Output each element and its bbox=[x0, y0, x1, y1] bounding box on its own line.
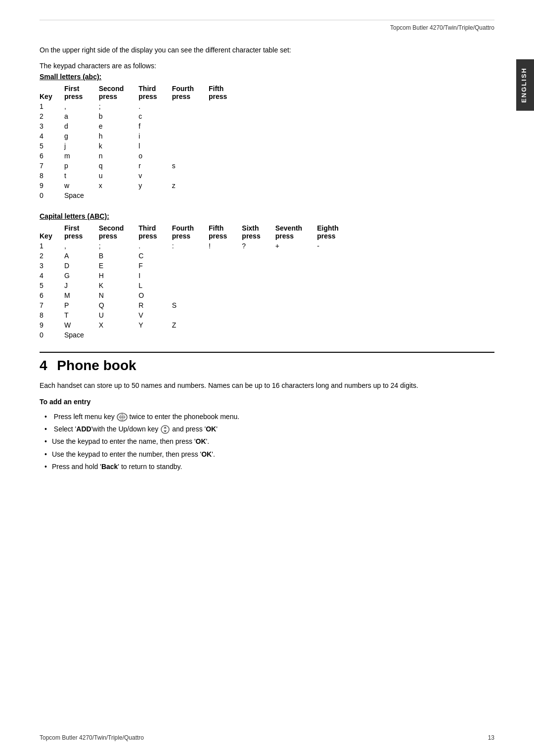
page: Topcom Butler 4270/Twin/Triple/Quattro E… bbox=[0, 0, 534, 756]
small-letters-header-row: Key Firstpress Secondpress Thirdpress Fo… bbox=[40, 84, 242, 101]
capital-letters-header-row: Key Firstpress Secondpress Thirdpress Fo… bbox=[40, 223, 354, 241]
svg-marker-4 bbox=[164, 426, 167, 428]
cap-col-seventh: Seventhpress bbox=[275, 223, 317, 241]
small-letters-table: Key Firstpress Secondpress Thirdpress Fo… bbox=[40, 84, 242, 200]
header-bar: Topcom Butler 4270/Twin/Triple/Quattro bbox=[40, 20, 494, 36]
chapter-heading: 4 Phone book bbox=[40, 352, 494, 374]
table-row: 9wxyz bbox=[40, 181, 242, 190]
table-row: 4ghi bbox=[40, 131, 242, 141]
phone-book-section: 4 Phone book Each handset can store up t… bbox=[40, 352, 494, 473]
bullet-5: Press and hold 'Back' to return to stand… bbox=[44, 461, 494, 473]
table-row: 0Space bbox=[40, 330, 354, 340]
table-row: 6MNO bbox=[40, 290, 354, 300]
table-row: 1,;.:!?+- bbox=[40, 241, 354, 251]
add-entry-heading: To add an entry bbox=[40, 398, 494, 406]
table-row: 2ABC bbox=[40, 251, 354, 261]
cap-col-eighth: Eighthpress bbox=[317, 223, 354, 241]
table-row: 5jkl bbox=[40, 141, 242, 151]
chapter-number: 4 bbox=[40, 358, 47, 373]
footer-page-number: 13 bbox=[488, 734, 494, 741]
cap-col-fifth: Fifthpress bbox=[209, 223, 242, 241]
small-letters-title: Small letters (abc): bbox=[40, 73, 494, 81]
col-second: Secondpress bbox=[99, 84, 139, 101]
capital-letters-table: Key Firstpress Secondpress Thirdpress Fo… bbox=[40, 223, 354, 340]
nav-key-icon bbox=[160, 425, 170, 434]
col-key: Key bbox=[40, 84, 64, 101]
bullet-2: Select 'ADD'with the Up/down key and pre… bbox=[44, 423, 494, 435]
table-row: 7pqrs bbox=[40, 161, 242, 171]
add-entry-bullets: Press left menu key twice to enter the p… bbox=[40, 411, 494, 473]
cap-col-third: Thirdpress bbox=[138, 223, 172, 241]
capital-letters-title: Capital letters (ABC): bbox=[40, 212, 494, 220]
col-first: Firstpress bbox=[64, 84, 99, 101]
bullet-1: Press left menu key twice to enter the p… bbox=[44, 411, 494, 423]
intro-line1: On the upper right side of the display y… bbox=[40, 46, 494, 54]
bullet-4: Use the keypad to enter the number, then… bbox=[44, 448, 494, 461]
table-row: 6mno bbox=[40, 151, 242, 161]
menu-key-icon bbox=[117, 413, 128, 422]
cap-col-fourth: Fourthpress bbox=[172, 223, 209, 241]
col-third: Thirdpress bbox=[138, 84, 172, 101]
side-tab: ENGLISH bbox=[516, 59, 534, 111]
bullet-3: Use the keypad to enter the name, then p… bbox=[44, 435, 494, 448]
table-row: 8tuv bbox=[40, 171, 242, 181]
keypad-intro: The keypad characters are as follows: bbox=[40, 62, 494, 70]
phone-book-description: Each handset can store up to 50 names an… bbox=[40, 380, 494, 391]
table-row: 3DEF bbox=[40, 261, 354, 271]
table-row: 7PQRS bbox=[40, 300, 354, 310]
table-row: 8TUV bbox=[40, 310, 354, 320]
capital-letters-section: Capital letters (ABC): Key Firstpress Se… bbox=[40, 212, 494, 340]
cap-col-second: Secondpress bbox=[99, 223, 139, 241]
small-letters-section: Small letters (abc): Key Firstpress Seco… bbox=[40, 73, 494, 200]
table-row: 3def bbox=[40, 121, 242, 131]
table-row: 4GHI bbox=[40, 271, 354, 281]
svg-marker-5 bbox=[164, 430, 167, 432]
col-fourth: Fourthpress bbox=[172, 84, 209, 101]
chapter-title: Phone book bbox=[57, 358, 136, 373]
cap-col-first: Firstpress bbox=[64, 223, 99, 241]
cap-col-sixth: Sixthpress bbox=[242, 223, 275, 241]
header-brand: Topcom Butler 4270/Twin/Triple/Quattro bbox=[390, 24, 494, 31]
table-row: 0Space bbox=[40, 190, 242, 200]
cap-col-key: Key bbox=[40, 223, 64, 241]
footer-brand: Topcom Butler 4270/Twin/Triple/Quattro bbox=[40, 734, 144, 741]
table-row: 9WXYZ bbox=[40, 320, 354, 330]
table-row: 5JKL bbox=[40, 281, 354, 290]
footer: Topcom Butler 4270/Twin/Triple/Quattro 1… bbox=[40, 734, 494, 741]
table-row: 2abc bbox=[40, 111, 242, 121]
col-fifth: Fifthpress bbox=[209, 84, 242, 101]
table-row: 1,;. bbox=[40, 101, 242, 111]
